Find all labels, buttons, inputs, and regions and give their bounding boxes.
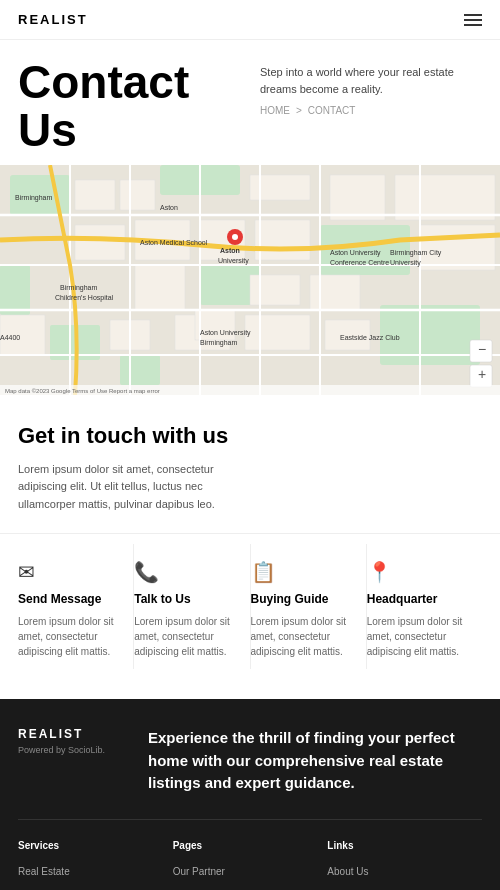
talk-icon: 📞	[134, 560, 239, 584]
svg-rect-8	[0, 265, 30, 315]
svg-text:Aston: Aston	[160, 204, 178, 211]
hero-tagline: Step into a world where your real estate…	[260, 64, 482, 97]
footer-link[interactable]: About Us	[327, 866, 368, 877]
list-item: Career	[173, 884, 328, 890]
svg-rect-26	[250, 275, 300, 305]
info-card-3: 📍 Headquarter Lorem ipsum dolor sit amet…	[367, 544, 482, 669]
info-card-title-3: Headquarter	[367, 592, 472, 606]
svg-text:A4400: A4400	[0, 334, 20, 341]
footer-links-list: About Us Contact Help Center	[327, 861, 482, 890]
send-message-icon: ✉	[18, 560, 123, 584]
header-logo: REALIST	[18, 12, 88, 27]
hq-icon: 📍	[367, 560, 472, 584]
info-card-body-3: Lorem ipsum dolor sit amet, consectetur …	[367, 614, 472, 659]
footer-link[interactable]: Real Estate	[18, 866, 70, 877]
page-title: Contact Us	[18, 58, 240, 155]
footer-tagline: Experience the thrill of finding your pe…	[148, 727, 482, 795]
svg-text:Eastside Jazz Club: Eastside Jazz Club	[340, 334, 400, 341]
guide-icon: 📋	[251, 560, 356, 584]
hero-section: Contact Us Step into a world where your …	[0, 40, 500, 165]
footer-services: Services Real Estate Architecture Renova…	[18, 840, 173, 890]
map-container[interactable]: Birmingham Aston Aston University Aston …	[0, 165, 500, 395]
info-card-2: 📋 Buying Guide Lorem ipsum dolor sit ame…	[251, 544, 367, 669]
footer-pages-list: Our Partner Career Help Center Our Blog …	[173, 861, 328, 890]
footer-links: Services Real Estate Architecture Renova…	[18, 819, 482, 890]
list-item: Real Estate	[18, 861, 173, 879]
info-cards: ✉ Send Message Lorem ipsum dolor sit ame…	[0, 533, 500, 699]
svg-rect-10	[120, 180, 155, 210]
footer-pages: Pages Our Partner Career Help Center Our…	[173, 840, 328, 890]
list-item: About Us	[327, 861, 482, 879]
footer-ext-links: Links About Us Contact Help Center	[327, 840, 482, 890]
footer-links-heading: Links	[327, 840, 482, 851]
contact-section: Get in touch with us Lorem ipsum dolor s…	[0, 395, 500, 534]
svg-text:University: University	[390, 259, 421, 267]
svg-text:University: University	[218, 257, 249, 265]
svg-text:Birmingham: Birmingham	[60, 284, 98, 292]
svg-rect-22	[245, 315, 310, 350]
svg-text:Map data ©2023 Google   Terms : Map data ©2023 Google Terms of Use Repor…	[5, 388, 160, 394]
footer-logo: REALIST	[18, 727, 128, 741]
svg-rect-9	[75, 180, 115, 210]
footer-link[interactable]: Our Partner	[173, 866, 225, 877]
breadcrumb-home[interactable]: HOME	[260, 105, 290, 116]
breadcrumb-current: CONTACT	[308, 105, 356, 116]
svg-rect-7	[120, 355, 160, 385]
svg-rect-14	[75, 225, 125, 260]
footer-top: REALIST Powered by SocioLib. Experience …	[18, 727, 482, 795]
contact-body: Lorem ipsum dolor sit amet, consectetur …	[18, 461, 238, 514]
info-card-0: ✉ Send Message Lorem ipsum dolor sit ame…	[18, 544, 134, 669]
svg-rect-18	[420, 225, 495, 270]
info-card-title-0: Send Message	[18, 592, 123, 606]
svg-text:Aston University: Aston University	[330, 249, 381, 257]
header: REALIST	[0, 0, 500, 40]
breadcrumb-separator: >	[296, 105, 302, 116]
svg-text:Birmingham: Birmingham	[15, 194, 53, 202]
info-card-body-0: Lorem ipsum dolor sit amet, consectetur …	[18, 614, 123, 659]
breadcrumb: HOME > CONTACT	[260, 105, 482, 116]
svg-text:−: −	[478, 341, 486, 357]
svg-rect-27	[310, 275, 360, 310]
svg-point-54	[232, 234, 238, 240]
svg-rect-17	[255, 220, 310, 260]
footer-powered-by: Powered by SocioLib.	[18, 745, 128, 755]
svg-text:Conference Centre: Conference Centre	[330, 259, 389, 266]
svg-text:Aston Medical School: Aston Medical School	[140, 239, 208, 246]
footer-brand: REALIST Powered by SocioLib.	[18, 727, 128, 795]
svg-rect-24	[135, 265, 185, 310]
svg-text:Aston University: Aston University	[200, 329, 251, 337]
info-card-body-1: Lorem ipsum dolor sit amet, consectetur …	[134, 614, 239, 659]
info-card-body-2: Lorem ipsum dolor sit amet, consectetur …	[251, 614, 356, 659]
svg-text:Birmingham City: Birmingham City	[390, 249, 442, 257]
svg-rect-12	[330, 175, 385, 220]
hero-right: Step into a world where your real estate…	[260, 58, 482, 116]
svg-text:Birmingham: Birmingham	[200, 339, 238, 347]
list-item: Contact	[327, 884, 482, 890]
contact-heading: Get in touch with us	[18, 423, 482, 449]
info-card-title-1: Talk to Us	[134, 592, 239, 606]
info-card-1: 📞 Talk to Us Lorem ipsum dolor sit amet,…	[134, 544, 250, 669]
svg-text:+: +	[478, 366, 486, 382]
footer: REALIST Powered by SocioLib. Experience …	[0, 699, 500, 890]
info-card-title-2: Buying Guide	[251, 592, 356, 606]
footer-services-list: Real Estate Architecture Renovation Reco…	[18, 861, 173, 890]
footer-pages-heading: Pages	[173, 840, 328, 851]
footer-services-heading: Services	[18, 840, 173, 851]
list-item: Architecture	[18, 884, 173, 890]
svg-text:Aston: Aston	[220, 247, 240, 254]
list-item: Our Partner	[173, 861, 328, 879]
svg-rect-13	[395, 175, 495, 220]
menu-icon[interactable]	[464, 14, 482, 26]
svg-text:Children's Hospital: Children's Hospital	[55, 294, 114, 302]
